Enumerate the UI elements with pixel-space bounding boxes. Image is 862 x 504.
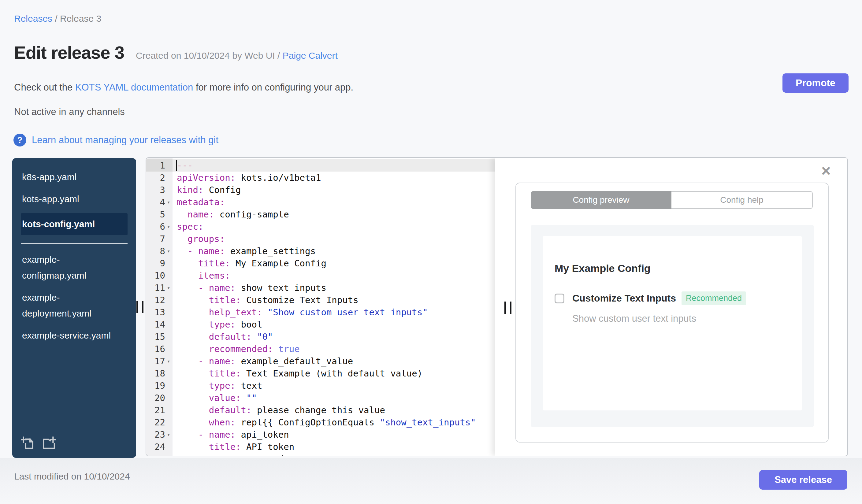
promote-button[interactable]: Promote [782,74,849,93]
sidebar-resize-handle[interactable] [136,301,143,313]
doc-info-line: Check out the KOTS YAML documentation fo… [14,82,353,93]
gutter-line-21: 21 [146,404,172,416]
file-tree-sidebar: k8s-app.yamlkots-app.yamlkots-config.yam… [12,158,136,458]
code-line-6[interactable]: spec: [172,221,495,233]
new-folder-icon[interactable] [42,436,56,450]
code-line-10[interactable]: items: [172,269,495,282]
last-modified-text: Last modified on 10/10/2024 [14,471,130,482]
code-line-19[interactable]: type: text [172,380,495,392]
tab-config-preview[interactable]: Config preview [531,191,671,209]
gutter-line-12: 12 [146,294,172,306]
code-line-20[interactable]: value: "" [172,392,495,404]
fold-widget-icon[interactable]: ▾ [165,358,172,364]
file-group-divider [21,243,128,244]
file-item-example-configmap.yaml[interactable]: example-configmap.yaml [21,252,128,283]
code-line-14[interactable]: type: bool [172,318,495,331]
question-icon[interactable]: ? [13,134,26,146]
config-preview-box: Config preview Config help My Example Co… [515,183,829,442]
resize-handle-bar [142,301,143,313]
code-line-12[interactable]: title: Customize Text Inputs [172,294,495,306]
code-line-22[interactable]: when: repl{{ ConfigOptionEquals "show_te… [172,416,495,428]
doc-text-before: Check out the [14,82,75,93]
title-row: Edit release 3 Created on 10/10/2024 by … [14,42,338,63]
code-line-3[interactable]: kind: Config [172,184,495,196]
fold-widget-icon[interactable]: ▾ [165,432,172,438]
save-release-button[interactable]: Save release [759,470,847,490]
resize-handle-bar [510,302,511,314]
code-line-9[interactable]: title: My Example Config [172,257,495,269]
code-line-5[interactable]: name: config-sample [172,208,495,221]
gutter-line-9: 9 [146,257,172,269]
editor-code-area[interactable]: ---apiVersion: kots.io/v1beta1kind: Conf… [172,158,495,456]
file-group-kots: k8s-app.yamlkots-app.yamlkots-config.yam… [12,158,136,235]
editor-shell: 1234▾56▾78▾91011▾121314151617▾1819202122… [146,157,848,456]
gutter-line-14: 14 [146,318,172,331]
gutter-line-24: 24 [146,441,172,453]
code-line-17[interactable]: - name: example_default_value [172,355,495,367]
new-file-icon[interactable] [21,436,35,450]
code-line-25[interactable]: type: password [172,453,495,456]
created-author-link[interactable]: Paige Calvert [283,51,338,61]
code-line-18[interactable]: title: Text Example (with default value) [172,367,495,380]
code-line-2[interactable]: apiVersion: kots.io/v1beta1 [172,172,495,184]
preview-tabs: Config preview Config help [531,191,813,209]
file-item-example-deployment.yaml[interactable]: example-deployment.yaml [21,290,128,321]
git-help-row[interactable]: ? Learn about managing your releases wit… [13,134,218,146]
gutter-line-5: 5 [146,208,172,221]
fold-widget-icon[interactable]: ▾ [165,224,172,230]
file-group-examples: example-configmap.yamlexample-deployment… [12,252,136,343]
gutter-line-15: 15 [146,331,172,343]
resize-handle-bar [136,301,138,313]
breadcrumb-releases-link[interactable]: Releases [14,13,52,24]
gutter-line-4: 4▾ [146,196,172,208]
file-item-kots-config.yaml[interactable]: kots-config.yaml [21,213,128,235]
file-item-kots-app.yaml[interactable]: kots-app.yaml [21,191,128,207]
file-item-k8s-app.yaml[interactable]: k8s-app.yaml [21,169,128,185]
config-item-label: Customize Text Inputs [572,293,676,304]
kots-yaml-doc-link[interactable]: KOTS YAML documentation [75,82,193,93]
git-releases-link[interactable]: Learn about managing your releases with … [32,135,218,146]
fold-widget-icon[interactable]: ▾ [165,285,172,291]
page-title: Edit release 3 [14,42,124,63]
fold-widget-icon[interactable]: ▾ [165,248,172,254]
code-line-7[interactable]: groups: [172,233,495,245]
editor-gutter: 1234▾56▾78▾91011▾121314151617▾1819202122… [146,158,172,456]
config-item-help-text: Show custom user text inputs [572,313,802,324]
gutter-line-17: 17▾ [146,355,172,367]
gutter-line-23: 23▾ [146,428,172,441]
gutter-line-10: 10 [146,269,172,282]
breadcrumb-separator: / [52,13,60,24]
channel-status: Not active in any channels [14,106,125,117]
code-line-4[interactable]: metadata: [172,196,495,208]
code-line-24[interactable]: title: API token [172,441,495,453]
code-line-11[interactable]: - name: show_text_inputs [172,282,495,294]
tab-config-help[interactable]: Config help [671,191,813,209]
code-line-15[interactable]: default: "0" [172,331,495,343]
gutter-line-16: 16 [146,343,172,355]
yaml-editor[interactable]: 1234▾56▾78▾91011▾121314151617▾1819202122… [146,158,495,456]
gutter-line-3: 3 [146,184,172,196]
gutter-line-11: 11▾ [146,282,172,294]
sidebar-footer-divider [21,430,128,430]
text-cursor [176,160,177,171]
gutter-line-13: 13 [146,306,172,318]
gutter-line-8: 8▾ [146,245,172,257]
config-group-heading: My Example Config [554,262,802,274]
customize-text-inputs-checkbox[interactable] [554,294,564,303]
gutter-line-22: 22 [146,416,172,428]
code-line-16[interactable]: recommended: true [172,343,495,355]
code-line-13[interactable]: help_text: "Show custom user text inputs… [172,306,495,318]
breadcrumb-current: Release 3 [60,13,101,24]
close-icon[interactable]: ✕ [819,164,833,178]
doc-text-after: for more info on configuring your app. [193,82,353,93]
code-line-1[interactable]: --- [172,159,495,172]
resize-handle-bar [505,302,506,314]
code-line-8[interactable]: - name: example_settings [172,245,495,257]
code-line-23[interactable]: - name: api_token [172,428,495,441]
fold-widget-icon[interactable]: ▾ [165,199,172,205]
gutter-line-18: 18 [146,367,172,380]
config-preview-pane: ✕ Config preview Config help My Example … [495,158,847,456]
preview-resize-handle[interactable] [505,302,511,314]
code-line-21[interactable]: default: please change this value [172,404,495,416]
file-item-example-service.yaml[interactable]: example-service.yaml [21,328,128,343]
